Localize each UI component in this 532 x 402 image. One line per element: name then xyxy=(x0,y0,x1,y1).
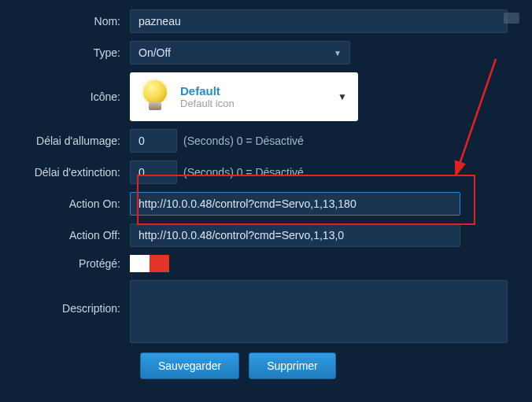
icon-picker-subtitle: Default icon xyxy=(180,98,235,109)
description-textarea[interactable] xyxy=(130,280,508,343)
nom-input[interactable] xyxy=(130,9,508,33)
icon-picker[interactable]: Default Default icon ▼ xyxy=(130,72,358,121)
action-off-input[interactable] xyxy=(130,223,460,247)
delai-off-hint: (Seconds) 0 = Désactivé xyxy=(183,166,304,179)
delai-on-input[interactable] xyxy=(130,129,177,153)
delai-on-hint: (Seconds) 0 = Désactivé xyxy=(183,135,304,147)
label-description: Description: xyxy=(0,280,130,315)
label-action-off: Action Off: xyxy=(0,229,130,242)
save-button[interactable]: Sauvegarder xyxy=(140,352,239,379)
label-protege: Protégé: xyxy=(0,257,130,270)
lightbulb-icon xyxy=(141,80,169,113)
delai-off-input[interactable] xyxy=(130,160,177,184)
label-type: Type: xyxy=(0,46,130,59)
protege-toggle[interactable] xyxy=(130,255,169,272)
label-icone: Icône: xyxy=(0,90,130,103)
type-select-value: On/Off xyxy=(139,46,171,59)
label-delai-off: Délai d'extinction: xyxy=(0,166,130,179)
label-nom: Nom: xyxy=(0,15,130,28)
chevron-down-icon: ▼ xyxy=(334,49,342,57)
delete-button[interactable]: Supprimer xyxy=(249,352,336,379)
action-on-input[interactable] xyxy=(130,192,460,216)
contact-card-icon xyxy=(504,13,519,24)
label-action-on: Action On: xyxy=(0,197,130,210)
icon-picker-title: Default xyxy=(180,84,235,98)
type-select[interactable]: On/Off ▼ xyxy=(130,41,350,65)
label-delai-on: Délai d'allumage: xyxy=(0,135,130,147)
chevron-down-icon: ▼ xyxy=(338,91,347,102)
